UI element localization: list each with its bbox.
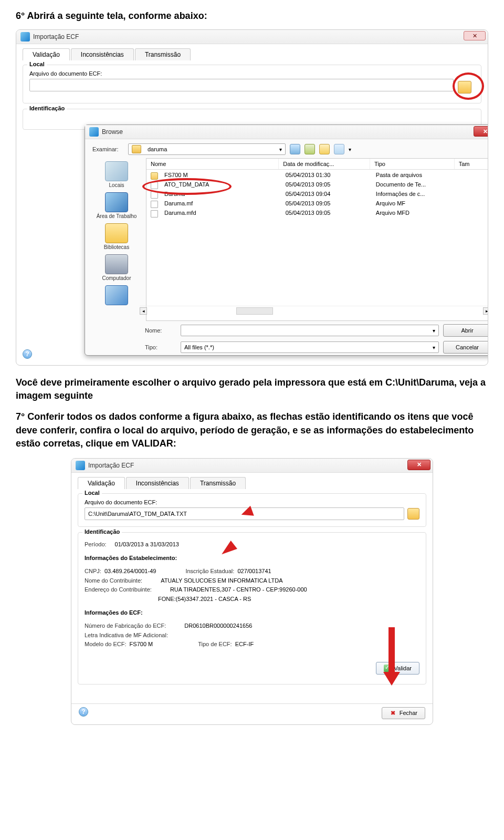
value-fabricacao: DR0610BR000000241656 — [184, 621, 252, 631]
label-examinar: Examinar: — [92, 146, 124, 152]
col-data[interactable]: Data de modificaç... — [279, 159, 370, 169]
value-endereco-2: FONE:(54)3347.2021 - CASCA - RS — [158, 595, 251, 604]
label-tipo: Tipo: — [145, 344, 176, 350]
tab-validacao[interactable]: Validação — [23, 48, 70, 60]
nav-view-icon[interactable] — [334, 144, 344, 154]
browse-dialog: Browse ✕ Examinar: daruma ▾ ▾ Locais — [85, 125, 488, 356]
horizontal-scrollbar[interactable]: ◂ ▸ — [140, 306, 488, 315]
place-locais[interactable]: Locais — [92, 161, 141, 188]
close-x-icon: ✖ — [390, 710, 396, 717]
label-letra-mf: Letra Indicativa de MF Adicional: — [85, 631, 168, 640]
fieldset-label-local: Local — [27, 61, 47, 67]
combo-examinar[interactable]: daruma ▾ — [128, 143, 286, 155]
help-icon[interactable]: ? — [23, 349, 32, 359]
chevron-down-icon: ▾ — [279, 147, 282, 152]
fieldset-identificacao-2: Identificação Período: 01/03/2013 a 31/0… — [78, 532, 426, 685]
label-nome-contrib: Nome do Contribuinte: — [85, 576, 142, 586]
label-cnpj: CNPJ: — [85, 568, 101, 574]
file-icon — [151, 191, 158, 199]
label-endereco: Endereço do Contribuinte: — [85, 585, 152, 595]
value-cnpj: 03.489.264/0001-49 — [104, 568, 156, 574]
browse-folder-button[interactable] — [407, 508, 419, 520]
help-icon[interactable]: ? — [79, 707, 88, 717]
scroll-thumb[interactable] — [236, 307, 273, 315]
window-titlebar-2: Importação ECF ✕ — [71, 459, 433, 473]
fieldset-local-2: Local Arquivo do documento ECF: — [78, 493, 426, 527]
label-modelo: Modelo do ECF: — [85, 641, 126, 647]
annotation-arrow-3 — [387, 627, 396, 685]
value-ie: 027/0013741 — [237, 568, 271, 574]
input-arquivo-ecf[interactable] — [29, 79, 454, 91]
col-tam[interactable]: Tam — [455, 159, 488, 169]
tab-transmissao[interactable]: Transmissão — [135, 48, 191, 60]
value-modelo: FS700 M — [130, 641, 153, 647]
doc-para-mid: Você deve primeiramente escolher o arqui… — [16, 376, 488, 402]
file-icon — [151, 201, 158, 208]
tab-validacao[interactable]: Validação — [78, 477, 125, 489]
file-list-pane: Nome Data de modificaç... Tipo Tam FS700… — [146, 158, 488, 321]
scroll-right-icon[interactable]: ▸ — [483, 307, 488, 315]
file-icon — [151, 182, 158, 189]
places-bar: Locais Área de Trabalho Bibliotecas Comp… — [92, 158, 141, 321]
label-fabricacao: Número de Fabricação do ECF: — [85, 621, 166, 631]
file-row[interactable]: ATO_TDM_DATA05/04/2013 09:05Documento de… — [146, 180, 488, 190]
col-tipo[interactable]: Tipo — [370, 159, 455, 169]
browse-app-icon — [89, 127, 99, 137]
app-icon — [76, 461, 85, 470]
abrir-button[interactable]: Abrir — [443, 324, 488, 337]
value-tipo-ecf: ECF-IF — [235, 641, 254, 647]
nav-newfolder-icon[interactable] — [319, 144, 330, 154]
folder-icon — [151, 172, 158, 180]
fechar-button[interactable]: ✖ Fechar — [382, 707, 425, 719]
value-endereco-1: RUA TIRADENTES,307 - CENTRO - CEP:99260-… — [170, 585, 307, 595]
close-icon[interactable]: ✕ — [407, 460, 430, 470]
tabs-2: Validação Inconsistências Transmissão — [78, 477, 426, 489]
label-ie: Inscrição Estadual: — [185, 568, 234, 574]
scroll-left-icon[interactable]: ◂ — [140, 307, 147, 315]
combo-folder-name: daruma — [148, 146, 167, 152]
file-row[interactable]: Daruma.mf05/04/2013 09:05Arquivo MF — [146, 199, 488, 209]
label-periodo: Período: — [85, 540, 107, 549]
value-periodo: 01/03/2013 a 31/03/2013 — [115, 540, 179, 549]
window-title-2: Importação ECF — [88, 462, 134, 469]
folder-icon — [132, 145, 141, 153]
file-row[interactable]: Daruma05/04/2013 09:04Informações de c..… — [146, 190, 488, 199]
heading-ecf: Informações do ECF: — [85, 606, 419, 620]
app-icon — [20, 32, 30, 42]
browse-close-icon[interactable]: ✕ — [474, 126, 488, 137]
label-nome: Nome: — [145, 327, 176, 334]
place-computador[interactable]: Computador — [92, 254, 141, 281]
file-row[interactable]: Daruma.mfd05/04/2013 09:05Arquivo MFD — [146, 209, 488, 218]
browse-titlebar: Browse ✕ — [85, 125, 488, 139]
input-nome[interactable]: ▾ — [181, 325, 439, 336]
tab-inconsistencias[interactable]: Inconsistências — [71, 48, 134, 60]
screenshot-1: Importação ECF ✕ Validação Inconsistênci… — [16, 29, 488, 366]
place-network[interactable] — [92, 285, 141, 306]
place-desktop[interactable]: Área de Trabalho — [92, 192, 141, 219]
nav-up-icon[interactable] — [304, 144, 315, 154]
file-icon — [151, 210, 158, 217]
place-bibliotecas[interactable]: Bibliotecas — [92, 223, 141, 250]
fieldset-label-ident: Identificação — [82, 528, 122, 535]
combo-tipo[interactable]: All files (*.*)▾ — [181, 341, 439, 353]
tab-inconsistencias[interactable]: Inconsistências — [126, 477, 189, 489]
heading-estab: Informações do Estabelecimento: — [85, 552, 419, 565]
file-row[interactable]: FS700 M05/04/2013 01:30Pasta de arquivos — [146, 171, 488, 180]
doc-heading-step6: 6° Abrirá a seguinte tela, conforme abai… — [16, 11, 488, 22]
label-arquivo-ecf: Arquivo do documento ECF: — [85, 499, 419, 505]
doc-heading-step7: 7° Conferir todos os dados conforme a fi… — [16, 410, 488, 450]
value-nome-contrib: ATUALY SOLUCOES EM INFORMATICA LTDA — [161, 576, 282, 586]
file-rows: FS700 M05/04/2013 01:30Pasta de arquivos… — [146, 170, 488, 219]
screenshot-2: Importação ECF ✕ Validação Inconsistênci… — [71, 458, 433, 725]
nav-back-icon[interactable] — [290, 144, 300, 154]
label-arquivo-ecf: Arquivo do documento ECF: — [29, 70, 475, 77]
browse-folder-button[interactable] — [458, 81, 471, 94]
close-icon[interactable]: ✕ — [464, 31, 486, 40]
fieldset-label-local: Local — [82, 490, 102, 496]
col-nome[interactable]: Nome — [146, 159, 279, 169]
window-title: Importação ECF — [33, 33, 79, 40]
cancelar-button[interactable]: Cancelar — [443, 341, 488, 354]
fieldset-local: Local Arquivo do documento ECF: — [23, 65, 481, 103]
label-tipo-ecf: Tipo de ECF: — [198, 641, 232, 647]
tab-transmissao[interactable]: Transmissão — [190, 477, 246, 489]
